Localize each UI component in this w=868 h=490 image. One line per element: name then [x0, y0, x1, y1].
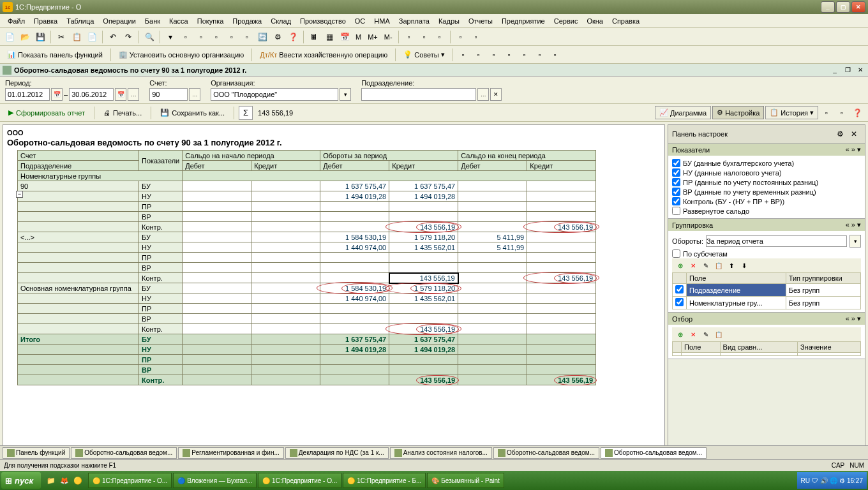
menu-fixed-assets[interactable]: ОС [351, 16, 370, 26]
grid-cell[interactable] [527, 304, 596, 314]
grid-cell[interactable] [527, 191, 596, 202]
start-button[interactable]: пуск [1, 472, 41, 489]
grid-cell[interactable] [18, 222, 139, 232]
grid-cell[interactable]: 1 435 562,01 [389, 242, 458, 253]
grid-cell[interactable] [527, 212, 596, 222]
indicator-checkbox[interactable] [672, 197, 680, 205]
grid-cell[interactable]: Контр. [139, 273, 183, 283]
grid-cell[interactable] [183, 191, 251, 202]
grid-cell[interactable]: <...> [18, 232, 139, 242]
tb2-7[interactable]: ▫ [548, 48, 562, 62]
grid-cell[interactable] [458, 273, 527, 283]
grid-cell[interactable]: 5 411,99 [458, 242, 527, 253]
help-button[interactable]: ❓ [850, 106, 864, 120]
indicator-checkbox[interactable] [672, 207, 680, 215]
indicator-checkbox[interactable] [672, 159, 680, 167]
lang-indicator[interactable]: RU [801, 477, 810, 484]
set-main-org-button[interactable]: 🏢Установить основную организацию [114, 48, 249, 61]
redo-icon[interactable]: ↷ [121, 30, 135, 44]
grid-cell[interactable]: 143 556,19 [527, 222, 596, 232]
up-icon[interactable]: ⬆ [726, 260, 737, 271]
grid-cell[interactable] [183, 293, 251, 304]
grid-cell[interactable]: 1 440 974,00 [320, 242, 389, 253]
grp-type[interactable]: Без групп [786, 284, 860, 297]
search-icon[interactable]: 🔍 [142, 30, 156, 44]
grid-cell[interactable]: ВР [139, 314, 183, 324]
grid-cell[interactable]: 90 [18, 181, 139, 191]
task-1c-3[interactable]: 🟡1С:Предприятие - Б... [343, 473, 426, 488]
grid-cell[interactable] [458, 181, 527, 191]
menu-bank[interactable]: Банк [141, 16, 164, 26]
menu-edit[interactable]: Правка [30, 16, 61, 26]
menu-sale[interactable]: Продажа [228, 16, 266, 26]
grid-cell[interactable]: 5 411,99 [458, 232, 527, 242]
grid-cell[interactable] [527, 293, 596, 304]
tab-analysis[interactable]: Анализ состояния налогов... [390, 447, 492, 459]
grid-cell[interactable] [183, 181, 251, 191]
calc-icon[interactable]: 🖩 [307, 30, 321, 44]
grid-cell[interactable]: 1 579 118,20 [389, 283, 458, 293]
grid-cell[interactable] [18, 191, 139, 202]
menu-warehouse[interactable]: Склад [267, 16, 295, 26]
grid-cell[interactable] [251, 212, 320, 222]
task-1c-2[interactable]: 🟡1С:Предприятие - О... [258, 473, 341, 488]
tray-icon-2[interactable]: 🔊 [820, 477, 828, 484]
menu-cash[interactable]: Касса [165, 16, 192, 26]
grid-cell[interactable] [183, 212, 251, 222]
filter-edit-icon[interactable]: ✎ [700, 329, 712, 340]
tray-icon-3[interactable]: 🌐 [830, 477, 837, 484]
open-icon[interactable]: 📂 [18, 30, 32, 44]
grid-cell[interactable] [320, 314, 389, 324]
help-icon[interactable]: ❓ [286, 30, 300, 44]
task-paint[interactable]: 🎨Безымянный - Paint [427, 473, 504, 488]
task-1c-1[interactable]: 🟡1С:Предприятие - О... [88, 473, 172, 488]
tips-button[interactable]: 💡Советы▾ [399, 48, 449, 61]
grp-checkbox[interactable] [675, 285, 684, 293]
grid-cell[interactable] [251, 263, 320, 273]
filter-add-icon[interactable]: ⊕ [675, 329, 686, 340]
grid-cell[interactable]: 1 435 562,01 [389, 293, 458, 304]
task-chrome[interactable]: 🔵Вложения — Бухгал... [173, 473, 257, 488]
date-to-input[interactable] [69, 88, 114, 101]
menu-operations[interactable]: Операции [99, 16, 139, 26]
grid-cell[interactable]: БУ [139, 283, 183, 293]
new-icon[interactable]: 📄 [3, 30, 17, 44]
menu-production[interactable]: Производство [296, 16, 350, 26]
grid-cell[interactable] [320, 263, 389, 273]
grid-cell[interactable] [251, 314, 320, 324]
tbtn-b[interactable]: ▫ [417, 30, 431, 44]
grid-cell[interactable] [527, 253, 596, 263]
grid-cell[interactable] [389, 304, 458, 314]
minimize-button[interactable]: _ [821, 1, 835, 13]
tb2-5[interactable]: ▫ [518, 48, 532, 62]
tb2-2[interactable]: ▫ [472, 48, 486, 62]
paste-icon[interactable]: 📄 [85, 30, 99, 44]
grid-cell[interactable] [320, 253, 389, 263]
grid-cell[interactable] [251, 202, 320, 212]
save-as-button[interactable]: 💾Сохранить как... [156, 106, 229, 119]
grid-cell[interactable]: 143 556,19 [527, 273, 596, 283]
grid-cell[interactable] [18, 253, 139, 263]
grid-cell[interactable] [527, 242, 596, 253]
grid-cell[interactable]: 1 637 575,47 [320, 181, 389, 191]
grid-cell[interactable] [527, 314, 596, 324]
form-report-button[interactable]: Сформировать отчет [4, 106, 89, 119]
grid-icon[interactable]: ▦ [322, 30, 336, 44]
undo-icon[interactable]: ↶ [106, 30, 120, 44]
date-to-picker-icon[interactable]: 📅 [115, 88, 126, 101]
dept-select-icon[interactable]: … [477, 88, 489, 101]
grp-checkbox[interactable] [675, 298, 684, 306]
account-input[interactable] [149, 88, 188, 101]
indicator-checkbox[interactable] [672, 188, 680, 196]
indicators-section-header[interactable]: Показатели« » ▾ [668, 144, 865, 156]
memory-plus[interactable]: M+ [365, 32, 380, 42]
add-icon[interactable]: ⊕ [675, 260, 686, 271]
grid-cell[interactable] [320, 324, 389, 334]
down-icon[interactable]: ⬇ [738, 260, 750, 271]
collapse-toggle[interactable]: − [16, 191, 23, 198]
grid-cell[interactable] [251, 232, 320, 242]
grid-cell[interactable]: НУ [139, 293, 183, 304]
filter-copy-icon[interactable]: 📋 [713, 329, 724, 340]
date-icon[interactable]: 📅 [338, 30, 352, 44]
grid-cell[interactable] [320, 304, 389, 314]
